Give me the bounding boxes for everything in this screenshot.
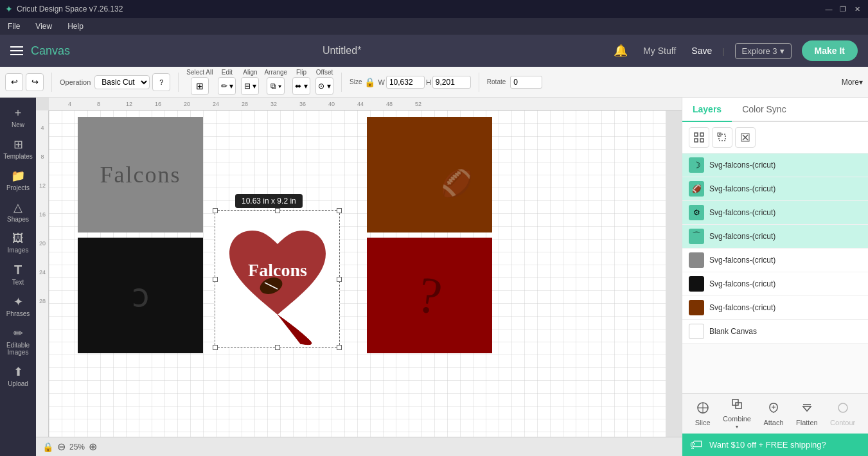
my-stuff-button[interactable]: My Stuff: [638, 43, 681, 58]
minimize-button[interactable]: —: [823, 3, 835, 15]
sidebar-item-projects[interactable]: 📁 Projects: [3, 165, 33, 195]
layer-name: Svg-falcons-(cricut): [709, 303, 775, 312]
layer-thumbnail: ⌒: [689, 229, 704, 244]
slice-button[interactable]: Slice: [695, 401, 711, 426]
sidebar-item-templates[interactable]: ⊞ Templates: [3, 134, 33, 164]
sidebar-item-images[interactable]: 🖼 Images: [3, 228, 33, 258]
layer-item[interactable]: Svg-falcons-(cricut): [682, 296, 868, 320]
ungroup-button[interactable]: [712, 127, 732, 148]
offset-label: Offset: [316, 69, 333, 76]
right-panel-tabs: Layers Color Sync: [682, 98, 868, 122]
images-icon: 🖼: [12, 232, 24, 245]
canvas-wrapper[interactable]: Falcons ↄ 🏈 ?: [49, 110, 682, 437]
menu-help[interactable]: Help: [65, 21, 86, 32]
resize-handle-b[interactable]: [275, 345, 280, 350]
svg-text:Falcons: Falcons: [248, 260, 307, 280]
layer-name: Blank Canvas: [709, 327, 757, 336]
make-it-button[interactable]: Make It: [802, 40, 858, 61]
layer-thumbnail: ⚙: [689, 205, 704, 220]
layer-item[interactable]: ☽ Svg-falcons-(cricut): [682, 153, 868, 177]
resize-handle-r[interactable]: [337, 277, 342, 282]
resize-handle-tr[interactable]: [337, 208, 342, 213]
group-button[interactable]: [689, 127, 709, 148]
toolbar-divider-4: [479, 73, 479, 92]
document-title: Untitled*: [323, 45, 361, 57]
sidebar-item-editable-images[interactable]: ✏ Editable Images: [3, 322, 33, 360]
svg-text:12: 12: [39, 182, 46, 189]
redo-button[interactable]: ↪: [26, 73, 44, 91]
promo-bar[interactable]: 🏷 Want $10 off + FREE shipping?: [682, 434, 868, 456]
layer-thumbnail: [689, 300, 704, 315]
text-icon: T: [14, 263, 22, 277]
svg-text:8: 8: [40, 153, 44, 160]
svg-text:40: 40: [328, 101, 335, 107]
layer-item-blank-canvas[interactable]: Blank Canvas: [682, 320, 868, 344]
layer-item[interactable]: Svg-falcons-(cricut): [682, 249, 868, 272]
width-input[interactable]: [386, 76, 425, 89]
right-panel-bottom: Slice Combine ▾ Attach Flatten: [682, 393, 868, 434]
canvas-block-brown: 🏈: [367, 117, 492, 232]
undo-button[interactable]: ↩: [5, 73, 23, 91]
resize-handle-l[interactable]: [213, 277, 218, 282]
zoom-lock-icon[interactable]: 🔒: [42, 442, 53, 452]
flatten-button[interactable]: Flatten: [796, 401, 818, 426]
resize-handle-bl[interactable]: [213, 345, 218, 350]
edit-button[interactable]: ✏ ▾: [218, 77, 236, 95]
layer-item[interactable]: ⚙ Svg-falcons-(cricut): [682, 201, 868, 225]
operation-select[interactable]: Basic Cut: [94, 75, 150, 89]
layer-item[interactable]: Svg-falcons-(cricut): [682, 272, 868, 296]
rotate-input[interactable]: [510, 76, 542, 89]
menu-file[interactable]: File: [5, 21, 22, 32]
hamburger-menu[interactable]: [10, 46, 23, 55]
sidebar-item-shapes[interactable]: △ Shapes: [3, 197, 33, 227]
more-button[interactable]: More▾: [842, 78, 863, 87]
layer-item[interactable]: 🏈 Svg-falcons-(cricut): [682, 177, 868, 201]
select-all-button[interactable]: ⊞: [191, 77, 209, 95]
sidebar-item-new[interactable]: + New: [3, 103, 33, 132]
tab-color-sync[interactable]: Color Sync: [732, 98, 796, 122]
arrange-button[interactable]: ⧉ ▾: [267, 77, 285, 95]
tab-layers[interactable]: Layers: [682, 98, 732, 122]
close-button[interactable]: ✕: [851, 3, 863, 15]
resize-handle-br[interactable]: [337, 345, 342, 350]
delete-button[interactable]: [735, 127, 756, 148]
combine-button[interactable]: Combine ▾: [723, 398, 751, 430]
offset-button[interactable]: ⊙ ▾: [315, 77, 333, 95]
sidebar-item-upload[interactable]: ⬆ Upload: [3, 361, 33, 391]
notification-icon[interactable]: 🔔: [614, 44, 628, 58]
align-button[interactable]: ⊟ ▾: [241, 77, 259, 95]
svg-text:28: 28: [242, 101, 248, 107]
svg-rect-23: [695, 133, 698, 136]
layer-thumbnail: [689, 276, 704, 292]
zoom-plus-button[interactable]: ⊕: [89, 441, 97, 453]
lock-icon: 🔒: [364, 77, 375, 87]
sidebar-label-images: Images: [8, 247, 29, 254]
header-left: Canvas: [10, 44, 70, 58]
height-input[interactable]: [432, 76, 471, 89]
canvas-selected-element[interactable]: Falcons: [215, 210, 340, 348]
attach-button[interactable]: Attach: [763, 401, 783, 426]
maximize-button[interactable]: ❐: [837, 3, 849, 15]
projects-icon: 📁: [11, 169, 25, 183]
save-button[interactable]: Save: [691, 46, 712, 56]
operation-group: Operation Basic Cut ?: [60, 73, 170, 91]
offset-group: Offset ⊙ ▾: [315, 69, 333, 95]
svg-text:48: 48: [386, 101, 393, 107]
zoom-minus-button[interactable]: ⊖: [57, 441, 66, 453]
flip-button[interactable]: ⬌ ▾: [292, 77, 310, 95]
shapes-icon: △: [13, 200, 22, 215]
window-controls: — ❐ ✕: [823, 3, 863, 15]
explore-button[interactable]: Explore 3 ▾: [735, 43, 792, 59]
resize-handle-t[interactable]: [275, 208, 280, 213]
operation-help-button[interactable]: ?: [152, 73, 170, 91]
resize-handle-tl[interactable]: [213, 208, 218, 213]
sidebar-label-shapes: Shapes: [7, 216, 29, 223]
canvas-area[interactable]: 4 8 12 16 20 24 28 32 36 40 44 48 52 4 8…: [36, 98, 682, 456]
sidebar-item-text[interactable]: T Text: [3, 259, 33, 290]
layer-name: Svg-falcons-(cricut): [709, 184, 775, 193]
sidebar-item-phrases[interactable]: ✦ Phrases: [3, 291, 33, 321]
contour-button[interactable]: Contour: [830, 401, 855, 426]
layer-name: Svg-falcons-(cricut): [709, 161, 775, 170]
layer-item[interactable]: ⌒ Svg-falcons-(cricut): [682, 225, 868, 249]
menu-view[interactable]: View: [33, 21, 55, 32]
